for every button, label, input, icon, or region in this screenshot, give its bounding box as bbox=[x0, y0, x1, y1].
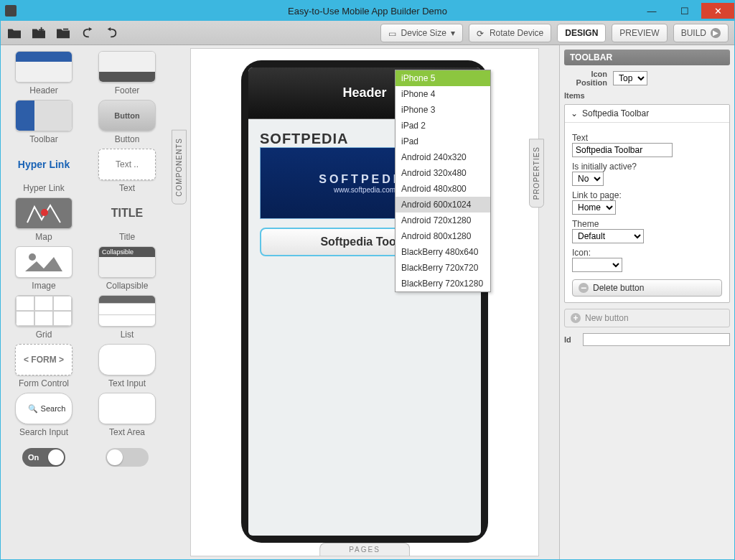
device-menu-item[interactable]: Android 480x800 bbox=[395, 181, 490, 197]
device-menu-item[interactable]: iPad bbox=[395, 134, 490, 149]
device-icon: ▭ bbox=[388, 29, 397, 37]
device-menu-item[interactable]: Android 720x1280 bbox=[395, 213, 490, 228]
rotate-device-button[interactable]: ⟳ Rotate Device bbox=[469, 24, 551, 42]
properties-tab[interactable]: PROPERTIES bbox=[529, 139, 544, 207]
component-hyperlink[interactable]: Hyper Link Hyper Link bbox=[6, 149, 81, 193]
app-icon bbox=[5, 5, 17, 17]
svg-rect-1 bbox=[39, 29, 44, 30]
device-menu-item[interactable]: BlackBerry 480x640 bbox=[395, 244, 490, 260]
tab-build-label: BUILD bbox=[681, 28, 706, 38]
device-menu-item[interactable]: iPhone 3 bbox=[395, 102, 490, 118]
text-label: Text bbox=[572, 133, 722, 143]
svg-point-4 bbox=[29, 253, 36, 261]
close-button[interactable]: ✕ bbox=[701, 3, 734, 19]
accordion-header[interactable]: ⌄ Softpedia Toolbar bbox=[565, 105, 729, 123]
tab-design[interactable]: DESIGN bbox=[557, 24, 606, 42]
device-size-menu: iPhone 5iPhone 4iPhone 3iPad 2iPadAndroi… bbox=[395, 70, 491, 292]
component-title[interactable]: TITLE Title bbox=[90, 197, 164, 242]
open-icon[interactable] bbox=[6, 27, 22, 39]
titlebar: Easy-to-Use Mobile App Builder Demo — ☐ … bbox=[1, 1, 734, 21]
icon-label: Icon: bbox=[572, 248, 722, 258]
build-play-icon: ▶ bbox=[711, 28, 721, 38]
device-size-label: Device Size bbox=[401, 28, 446, 38]
text-input[interactable] bbox=[572, 143, 673, 157]
component-search-input[interactable]: 🔍Search Search Input bbox=[6, 393, 81, 437]
component-text[interactable]: Text .. Text bbox=[90, 149, 164, 193]
redo-icon[interactable] bbox=[104, 27, 120, 39]
device-menu-item[interactable]: Android 800x1280 bbox=[395, 228, 490, 244]
component-header[interactable]: Header bbox=[6, 51, 81, 95]
id-label: Id bbox=[564, 335, 571, 344]
new-button[interactable]: + New button bbox=[564, 309, 730, 327]
undo-icon[interactable] bbox=[80, 27, 95, 39]
components-tab[interactable]: COMPONENTS bbox=[172, 130, 187, 205]
icon-select[interactable] bbox=[572, 258, 622, 272]
rotate-device-label: Rotate Device bbox=[490, 28, 543, 38]
component-text-area[interactable]: Text Area bbox=[90, 393, 164, 437]
rotate-icon: ⟳ bbox=[477, 29, 485, 37]
device-menu-item[interactable]: iPad 2 bbox=[395, 118, 490, 134]
component-grid[interactable]: Grid bbox=[6, 295, 81, 340]
components-panel: Header Footer Toolbar Button Button Hype… bbox=[1, 45, 170, 559]
minus-icon: − bbox=[579, 283, 589, 293]
component-switch-on[interactable]: On bbox=[6, 442, 81, 473]
device-menu-item[interactable]: BlackBerry 720x1280 bbox=[395, 276, 490, 291]
tab-build[interactable]: BUILD ▶ bbox=[673, 24, 729, 42]
icon-position-select[interactable]: Top bbox=[613, 71, 647, 85]
device-menu-item[interactable]: iPhone 4 bbox=[395, 86, 490, 102]
component-button[interactable]: Button Button bbox=[90, 100, 164, 144]
component-list[interactable]: List bbox=[90, 295, 164, 340]
minimize-button[interactable]: — bbox=[635, 3, 668, 19]
component-footer[interactable]: Footer bbox=[90, 51, 164, 95]
initially-active-label: Is initially active? bbox=[572, 162, 722, 172]
svg-rect-2 bbox=[63, 28, 68, 29]
delete-button[interactable]: − Delete button bbox=[572, 279, 722, 297]
device-size-dropdown[interactable]: ▭ Device Size ▾ bbox=[380, 24, 463, 42]
properties-panel-title: TOOLBAR bbox=[564, 50, 730, 65]
device-menu-item[interactable]: BlackBerry 720x720 bbox=[395, 260, 490, 276]
component-image[interactable]: Image bbox=[6, 246, 81, 291]
plus-icon: + bbox=[571, 313, 581, 323]
component-text-input[interactable]: Text Input bbox=[90, 344, 164, 388]
tab-preview[interactable]: PREVIEW bbox=[612, 24, 667, 42]
maximize-button[interactable]: ☐ bbox=[668, 3, 701, 19]
save-icon[interactable] bbox=[55, 27, 71, 39]
svg-point-3 bbox=[41, 209, 48, 216]
items-label: Items bbox=[564, 91, 585, 100]
component-collapsible[interactable]: Collapsible Collapsible bbox=[90, 246, 164, 291]
component-map[interactable]: Map bbox=[6, 197, 81, 242]
toolbar: ▭ Device Size ▾ ⟳ Rotate Device DESIGN P… bbox=[1, 21, 734, 45]
theme-label: Theme bbox=[572, 219, 722, 229]
component-toolbar[interactable]: Toolbar bbox=[6, 100, 81, 144]
link-label: Link to page: bbox=[572, 190, 722, 200]
device-menu-item[interactable]: iPhone 5 bbox=[395, 70, 490, 86]
device-menu-item[interactable]: Android 320x480 bbox=[395, 165, 490, 181]
window-title: Easy-to-Use Mobile App Builder Demo bbox=[288, 6, 447, 17]
device-menu-item[interactable]: Android 600x1024 bbox=[395, 197, 490, 213]
initially-active-select[interactable]: No bbox=[572, 172, 604, 186]
component-switch-off[interactable] bbox=[90, 442, 164, 473]
theme-select[interactable]: Default bbox=[572, 229, 644, 243]
icon-position-label: Icon Position bbox=[564, 70, 607, 87]
chevron-down-icon: ⌄ bbox=[571, 108, 578, 118]
id-input[interactable] bbox=[583, 333, 730, 346]
chevron-down-icon: ▾ bbox=[451, 28, 455, 38]
link-select[interactable]: Home bbox=[572, 200, 616, 215]
device-menu-item[interactable]: Android 240x320 bbox=[395, 149, 490, 165]
component-form-control[interactable]: < FORM > Form Control bbox=[6, 344, 81, 388]
pages-tab[interactable]: PAGES bbox=[319, 543, 410, 556]
new-folder-icon[interactable] bbox=[31, 27, 47, 39]
properties-panel: TOOLBAR Icon Position Top Items ⌄ Softpe… bbox=[559, 45, 734, 559]
search-icon: 🔍 bbox=[28, 404, 38, 414]
